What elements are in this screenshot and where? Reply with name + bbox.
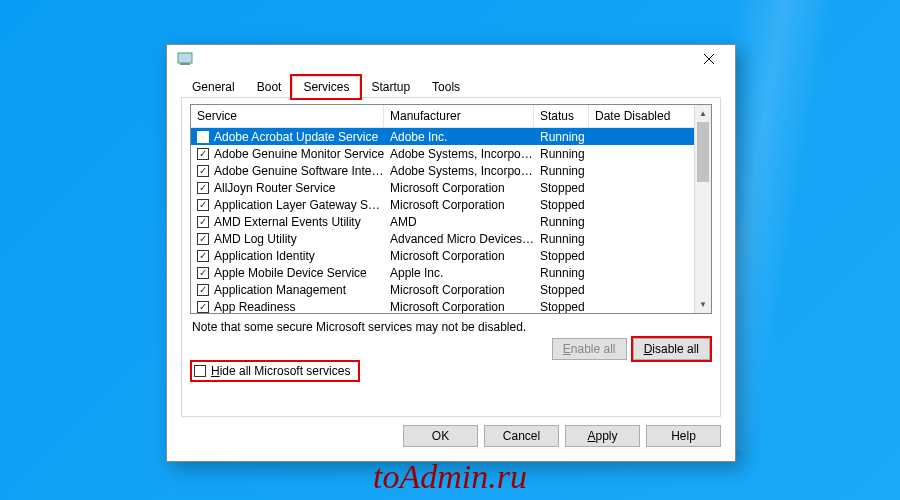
cell-status: Stopped — [540, 283, 595, 297]
table-row[interactable]: AMD Log UtilityAdvanced Micro Devices, I… — [191, 230, 711, 247]
cell-status: Stopped — [540, 181, 595, 195]
app-icon — [177, 51, 193, 67]
hide-ms-label: Hide all Microsoft services — [211, 364, 350, 378]
cell-service: Application Identity — [214, 249, 390, 263]
cell-status: Stopped — [540, 198, 595, 212]
table-row[interactable]: Adobe Acrobat Update ServiceAdobe Inc.Ru… — [191, 128, 711, 145]
cell-manufacturer: Microsoft Corporation — [390, 181, 540, 195]
ok-button[interactable]: OK — [403, 425, 478, 447]
svg-rect-0 — [178, 53, 192, 63]
row-checkbox[interactable] — [197, 267, 209, 279]
cell-manufacturer: Adobe Inc. — [390, 130, 540, 144]
apply-button[interactable]: Apply — [565, 425, 640, 447]
cell-manufacturer: Apple Inc. — [390, 266, 540, 280]
cell-service: Adobe Genuine Monitor Service — [214, 147, 390, 161]
watermark-text: toAdmin.ru — [373, 458, 527, 496]
cell-manufacturer: Microsoft Corporation — [390, 198, 540, 212]
cell-status: Running — [540, 147, 595, 161]
tab-general[interactable]: General — [181, 76, 246, 98]
cell-manufacturer: Advanced Micro Devices, I... — [390, 232, 540, 246]
row-checkbox[interactable] — [197, 216, 209, 228]
enable-disable-row: Enable all Disable all — [552, 338, 710, 360]
table-row[interactable]: AMD External Events UtilityAMDRunning — [191, 213, 711, 230]
cell-service: AMD Log Utility — [214, 232, 390, 246]
cell-manufacturer: Microsoft Corporation — [390, 249, 540, 263]
cell-status: Stopped — [540, 300, 595, 314]
cell-manufacturer: Microsoft Corporation — [390, 283, 540, 297]
cell-status: Running — [540, 130, 595, 144]
scroll-thumb[interactable] — [697, 122, 709, 182]
svg-rect-1 — [180, 63, 190, 65]
cell-status: Running — [540, 215, 595, 229]
table-row[interactable]: Adobe Genuine Monitor ServiceAdobe Syste… — [191, 145, 711, 162]
vertical-scrollbar[interactable]: ▲ ▼ — [694, 105, 711, 313]
row-checkbox[interactable] — [197, 301, 209, 313]
col-status[interactable]: Status — [534, 105, 589, 127]
enable-all-button[interactable]: Enable all — [552, 338, 627, 360]
table-row[interactable]: Adobe Genuine Software Integri...Adobe S… — [191, 162, 711, 179]
tab-services[interactable]: Services — [292, 76, 360, 98]
msconfig-window: General Boot Services Startup Tools Serv… — [166, 44, 736, 462]
disable-all-button[interactable]: Disable all — [633, 338, 710, 360]
hide-microsoft-services-checkbox[interactable]: Hide all Microsoft services — [192, 362, 358, 380]
scroll-up-icon[interactable]: ▲ — [695, 105, 711, 122]
table-row[interactable]: Application Layer Gateway ServiceMicroso… — [191, 196, 711, 213]
row-checkbox[interactable] — [197, 182, 209, 194]
listview-header[interactable]: Service Manufacturer Status Date Disable… — [191, 105, 711, 128]
cell-manufacturer: Microsoft Corporation — [390, 300, 540, 314]
table-row[interactable]: Application ManagementMicrosoft Corporat… — [191, 281, 711, 298]
cell-manufacturer: Adobe Systems, Incorpora... — [390, 147, 540, 161]
cell-service: Adobe Genuine Software Integri... — [214, 164, 390, 178]
row-checkbox[interactable] — [197, 233, 209, 245]
note-text: Note that some secure Microsoft services… — [192, 320, 710, 334]
cell-service: Apple Mobile Device Service — [214, 266, 390, 280]
scroll-down-icon[interactable]: ▼ — [695, 296, 711, 313]
tab-boot[interactable]: Boot — [246, 76, 293, 98]
col-date-disabled[interactable]: Date Disabled — [589, 105, 711, 127]
cell-status: Stopped — [540, 249, 595, 263]
listview-rows: Adobe Acrobat Update ServiceAdobe Inc.Ru… — [191, 128, 711, 314]
table-row[interactable]: Apple Mobile Device ServiceApple Inc.Run… — [191, 264, 711, 281]
table-row[interactable]: AllJoyn Router ServiceMicrosoft Corporat… — [191, 179, 711, 196]
cell-service: AllJoyn Router Service — [214, 181, 390, 195]
tab-panel-services: Service Manufacturer Status Date Disable… — [181, 97, 721, 417]
dialog-button-row: OK Cancel Apply Help — [167, 425, 735, 457]
cell-service: AMD External Events Utility — [214, 215, 390, 229]
cell-manufacturer: AMD — [390, 215, 540, 229]
help-button[interactable]: Help — [646, 425, 721, 447]
cell-service: Application Management — [214, 283, 390, 297]
cell-service: Adobe Acrobat Update Service — [214, 130, 390, 144]
close-button[interactable] — [689, 47, 729, 71]
tab-startup[interactable]: Startup — [360, 76, 421, 98]
col-manufacturer[interactable]: Manufacturer — [384, 105, 534, 127]
row-checkbox[interactable] — [197, 199, 209, 211]
services-listview[interactable]: Service Manufacturer Status Date Disable… — [190, 104, 712, 314]
row-checkbox[interactable] — [197, 284, 209, 296]
checkbox-icon[interactable] — [194, 365, 206, 377]
cell-status: Running — [540, 232, 595, 246]
row-checkbox[interactable] — [197, 250, 209, 262]
cancel-button[interactable]: Cancel — [484, 425, 559, 447]
cell-manufacturer: Adobe Systems, Incorpora... — [390, 164, 540, 178]
table-row[interactable]: Application IdentityMicrosoft Corporatio… — [191, 247, 711, 264]
cell-status: Running — [540, 164, 595, 178]
tab-strip: General Boot Services Startup Tools — [167, 73, 735, 97]
row-checkbox[interactable] — [197, 148, 209, 160]
col-service[interactable]: Service — [191, 105, 384, 127]
row-checkbox[interactable] — [197, 165, 209, 177]
table-row[interactable]: App ReadinessMicrosoft CorporationStoppe… — [191, 298, 711, 314]
cell-service: App Readiness — [214, 300, 390, 314]
titlebar[interactable] — [167, 45, 735, 73]
cell-status: Running — [540, 266, 595, 280]
tab-tools[interactable]: Tools — [421, 76, 471, 98]
row-checkbox[interactable] — [197, 131, 209, 143]
cell-service: Application Layer Gateway Service — [214, 198, 390, 212]
